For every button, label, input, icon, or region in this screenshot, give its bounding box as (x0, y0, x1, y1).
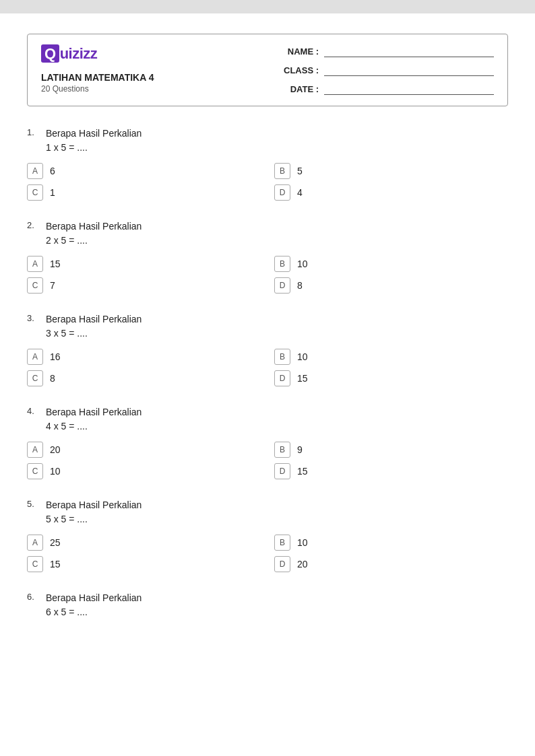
question-4-text: Berapa Hasil Perkalian4 x 5 = .... (46, 405, 141, 434)
question-2-option-a[interactable]: A15 (27, 256, 261, 272)
question-6-number: 6. (27, 592, 46, 602)
class-label: CLASS : (278, 65, 319, 75)
option-value-d: 20 (297, 559, 308, 570)
option-badge-a: A (27, 535, 43, 551)
question-6-text: Berapa Hasil Perkalian6 x 5 = .... (46, 591, 141, 619)
option-badge-d: D (274, 277, 290, 294)
option-badge-d: D (274, 463, 290, 479)
date-field-row: DATE : (278, 83, 494, 95)
question-2-option-b[interactable]: B10 (274, 256, 508, 272)
question-3-option-d[interactable]: D15 (274, 370, 508, 386)
question-4-option-c[interactable]: C10 (27, 463, 261, 479)
option-badge-a: A (27, 256, 43, 272)
option-badge-b: B (274, 442, 290, 458)
option-badge-b: B (274, 256, 290, 272)
question-4-options: A20B9C10D15 (27, 442, 508, 479)
question-1-option-b[interactable]: B5 (274, 163, 508, 179)
question-3-option-b[interactable]: B10 (274, 349, 508, 365)
question-1-number: 1. (27, 127, 46, 137)
quiz-title: LATIHAN MATEMATIKA 4 (41, 72, 154, 83)
option-value-c: 10 (50, 466, 61, 477)
question-5: 5.Berapa Hasil Perkalian5 x 5 = ....A25B… (27, 498, 508, 572)
class-field-row: CLASS : (278, 64, 494, 76)
question-3-options: A16B10C8D15 (27, 349, 508, 386)
option-value-a: 20 (50, 444, 61, 455)
option-value-c: 15 (50, 559, 61, 570)
question-5-option-d[interactable]: D20 (274, 556, 508, 572)
quiz-subtitle: 20 Questions (41, 84, 154, 94)
date-label: DATE : (278, 84, 319, 94)
date-line (324, 83, 494, 95)
option-badge-a: A (27, 442, 43, 458)
option-badge-d: D (274, 184, 290, 201)
question-5-text: Berapa Hasil Perkalian5 x 5 = .... (46, 498, 141, 526)
question-5-number: 5. (27, 499, 46, 509)
option-badge-b: B (274, 535, 290, 551)
option-badge-c: C (27, 556, 43, 572)
question-5-options: A25B10C15D20 (27, 535, 508, 572)
option-value-d: 15 (297, 373, 308, 384)
question-4-option-a[interactable]: A20 (27, 442, 261, 458)
question-2-options: A15B10C7D8 (27, 256, 508, 294)
option-value-d: 8 (297, 280, 303, 291)
option-value-a: 16 (50, 351, 61, 362)
option-value-a: 25 (50, 537, 61, 548)
question-1-header: 1.Berapa Hasil Perkalian1 x 5 = .... (27, 127, 508, 155)
question-5-option-a[interactable]: A25 (27, 535, 261, 551)
question-5-option-b[interactable]: B10 (274, 535, 508, 551)
question-1-option-d[interactable]: D4 (274, 184, 508, 201)
option-badge-b: B (274, 349, 290, 365)
question-3-number: 3. (27, 313, 46, 323)
question-1-option-a[interactable]: A6 (27, 163, 261, 179)
option-badge-c: C (27, 184, 43, 201)
question-4-option-b[interactable]: B9 (274, 442, 508, 458)
option-badge-c: C (27, 370, 43, 386)
header-box: Quizizz LATIHAN MATEMATIKA 4 20 Question… (27, 34, 508, 106)
option-badge-a: A (27, 349, 43, 365)
option-value-b: 10 (297, 259, 308, 269)
option-value-d: 4 (297, 187, 303, 198)
name-line (324, 45, 494, 57)
option-badge-b: B (274, 163, 290, 179)
question-2-option-d[interactable]: D8 (274, 277, 508, 294)
question-2-option-c[interactable]: C7 (27, 277, 261, 294)
option-value-b: 9 (297, 444, 303, 455)
question-4-header: 4.Berapa Hasil Perkalian4 x 5 = .... (27, 405, 508, 434)
class-line (324, 64, 494, 76)
question-2-text: Berapa Hasil Perkalian2 x 5 = .... (46, 219, 141, 248)
name-label: NAME : (278, 46, 319, 57)
option-value-a: 15 (50, 259, 61, 269)
option-badge-a: A (27, 163, 43, 179)
header-left: Quizizz LATIHAN MATEMATIKA 4 20 Question… (41, 45, 154, 94)
option-value-c: 7 (50, 280, 55, 291)
question-4-option-d[interactable]: D15 (274, 463, 508, 479)
page: Quizizz LATIHAN MATEMATIKA 4 20 Question… (0, 13, 535, 756)
questions-container: 1.Berapa Hasil Perkalian1 x 5 = ....A6B5… (27, 127, 508, 619)
logo-q: Q (41, 44, 59, 63)
option-badge-c: C (27, 463, 43, 479)
question-1: 1.Berapa Hasil Perkalian1 x 5 = ....A6B5… (27, 127, 508, 201)
option-badge-d: D (274, 556, 290, 572)
option-badge-d: D (274, 370, 290, 386)
option-value-c: 8 (50, 373, 55, 384)
question-2-number: 2. (27, 220, 46, 230)
question-4-number: 4. (27, 406, 46, 416)
question-3-option-c[interactable]: C8 (27, 370, 261, 386)
question-3: 3.Berapa Hasil Perkalian3 x 5 = ....A16B… (27, 312, 508, 386)
question-5-option-c[interactable]: C15 (27, 556, 261, 572)
option-value-b: 10 (297, 537, 308, 548)
question-3-option-a[interactable]: A16 (27, 349, 261, 365)
question-1-option-c[interactable]: C1 (27, 184, 261, 201)
question-2-header: 2.Berapa Hasil Perkalian2 x 5 = .... (27, 219, 508, 248)
question-5-header: 5.Berapa Hasil Perkalian5 x 5 = .... (27, 498, 508, 526)
question-4: 4.Berapa Hasil Perkalian4 x 5 = ....A20B… (27, 405, 508, 479)
option-badge-c: C (27, 277, 43, 294)
question-2: 2.Berapa Hasil Perkalian2 x 5 = ....A15B… (27, 219, 508, 294)
question-1-text: Berapa Hasil Perkalian1 x 5 = .... (46, 127, 141, 155)
question-1-options: A6B5C1D4 (27, 163, 508, 201)
question-3-header: 3.Berapa Hasil Perkalian3 x 5 = .... (27, 312, 508, 341)
logo: Quizizz (41, 45, 154, 63)
question-6: 6.Berapa Hasil Perkalian6 x 5 = .... (27, 591, 508, 619)
option-value-d: 15 (297, 466, 308, 477)
option-value-c: 1 (50, 187, 55, 198)
